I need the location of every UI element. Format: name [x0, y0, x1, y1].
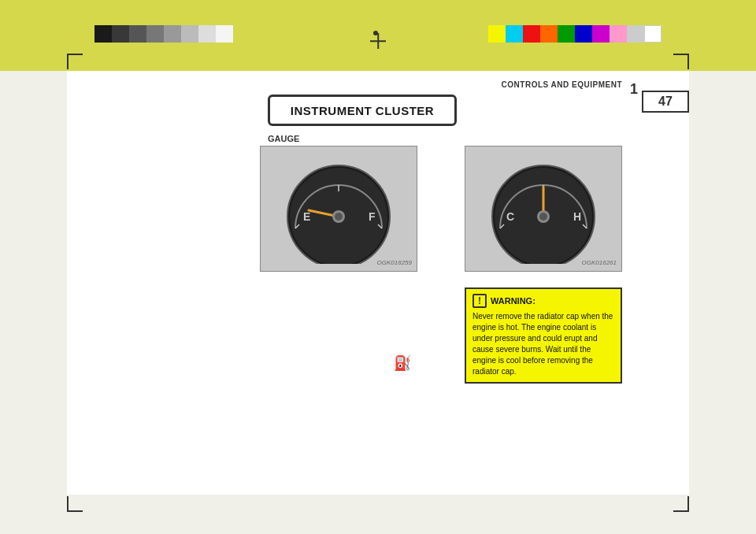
crop-mark-tr — [673, 54, 689, 69]
swatches-right — [488, 25, 662, 43]
page-number-box: 47 — [642, 91, 689, 113]
warning-title: WARNING: — [491, 296, 536, 306]
svg-text:C: C — [506, 210, 514, 223]
warning-text: Never remove the radiator cap when the e… — [472, 311, 614, 377]
temp-gauge-image: C H OGK016261 — [465, 146, 622, 272]
warning-icon: ! — [472, 294, 487, 308]
crop-mark-br — [673, 496, 689, 512]
svg-point-20 — [539, 213, 547, 221]
svg-text:F: F — [369, 210, 376, 223]
crop-mark-tl — [67, 54, 83, 69]
temp-gauge-code: OGK016261 — [582, 259, 617, 266]
svg-text:E: E — [303, 210, 310, 223]
fuel-gauge-code: OGK016259 — [377, 259, 412, 266]
svg-text:H: H — [573, 210, 581, 223]
svg-point-9 — [335, 213, 343, 221]
title-box: INSTRUMENT CLUSTER — [268, 95, 457, 126]
small-fuel-icon: ⛽ — [394, 354, 411, 372]
center-dot-top — [373, 31, 378, 35]
fuel-gauge-image: E F OGK016259 — [260, 146, 417, 272]
swatches-left — [94, 25, 233, 43]
chapter-number: 1 — [630, 81, 638, 98]
controls-label: CONTROLS AND EQUIPMENT — [502, 80, 622, 89]
warning-box: ! WARNING: Never remove the radiator cap… — [465, 287, 622, 384]
controls-label-text: CONTROLS AND EQUIPMENT — [502, 80, 622, 89]
page-number: 47 — [658, 95, 673, 109]
center-crosshair-top — [370, 33, 386, 49]
subtitle-gauge: GAUGE — [268, 134, 299, 143]
title-text: INSTRUMENT CLUSTER — [291, 104, 434, 117]
fuel-gauge-svg: E F — [276, 154, 402, 264]
content-area — [67, 71, 689, 495]
crop-mark-bl — [67, 496, 83, 512]
temp-gauge-svg: C H — [480, 154, 606, 264]
warning-header: ! WARNING: — [472, 294, 614, 308]
